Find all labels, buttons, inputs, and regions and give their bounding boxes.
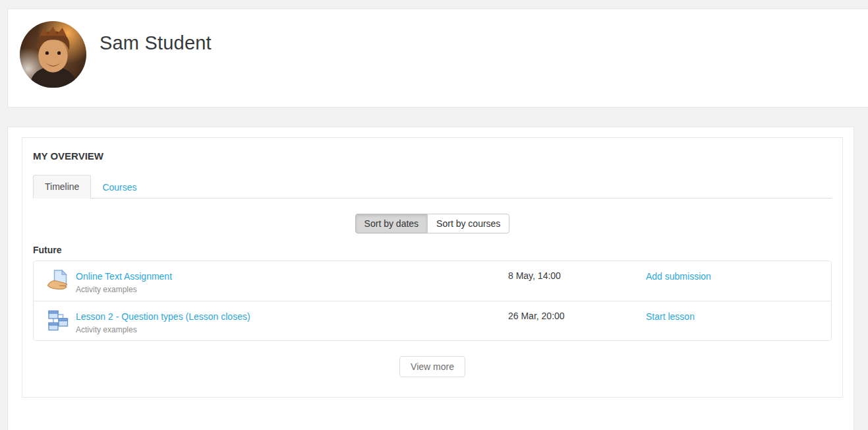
- view-more-button[interactable]: View more: [399, 356, 465, 377]
- event-link-lesson-2[interactable]: Lesson 2 - Question types (Lesson closes…: [76, 311, 250, 322]
- avatar: [20, 21, 86, 88]
- event-action-cell: Start lesson: [646, 311, 831, 322]
- event-link-online-text-assignment[interactable]: Online Text Assignment: [76, 271, 172, 282]
- lesson-icon: [45, 308, 69, 332]
- start-lesson-link[interactable]: Start lesson: [646, 311, 695, 322]
- event-action-cell: Add submission: [646, 270, 831, 282]
- overview-card: MY OVERVIEW Timeline Courses Sort by dat…: [7, 127, 854, 430]
- sort-row: Sort by dates Sort by courses: [33, 214, 832, 233]
- timeline-event-row: Lesson 2 - Question types (Lesson closes…: [34, 301, 831, 340]
- event-course-name: Activity examples: [76, 285, 508, 294]
- tab-timeline[interactable]: Timeline: [33, 175, 91, 199]
- profile-header-card: Sam Student: [7, 9, 868, 108]
- event-course-name: Activity examples: [76, 325, 508, 334]
- sort-by-dates-button[interactable]: Sort by dates: [355, 214, 428, 233]
- event-due-date: 8 May, 14:00: [508, 270, 646, 281]
- my-overview-block: MY OVERVIEW Timeline Courses Sort by dat…: [22, 137, 843, 398]
- timeline-event-list: Online Text Assignment Activity examples…: [33, 261, 832, 341]
- block-title: MY OVERVIEW: [33, 150, 832, 162]
- event-main: Online Text Assignment Activity examples: [76, 270, 508, 294]
- tab-courses[interactable]: Courses: [91, 176, 148, 199]
- tabbar: Timeline Courses: [33, 175, 832, 199]
- event-due-date: 26 Mar, 20:00: [508, 311, 646, 321]
- page-title: Sam Student: [100, 32, 212, 54]
- sort-button-group: Sort by dates Sort by courses: [355, 214, 510, 233]
- view-more-row: View more: [33, 356, 832, 377]
- sort-by-courses-button[interactable]: Sort by courses: [427, 214, 509, 233]
- section-heading-future: Future: [33, 245, 832, 255]
- add-submission-link[interactable]: Add submission: [646, 271, 711, 282]
- user-photo-icon: [20, 21, 86, 88]
- assignment-icon: [45, 268, 69, 292]
- timeline-event-row: Online Text Assignment Activity examples…: [34, 261, 831, 301]
- event-main: Lesson 2 - Question types (Lesson closes…: [76, 311, 508, 334]
